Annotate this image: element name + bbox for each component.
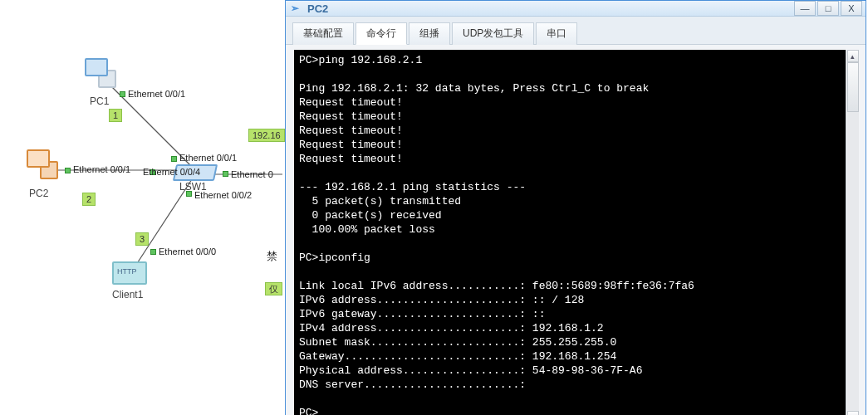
tab-udp-tool[interactable]: UDP发包工具	[452, 22, 534, 45]
node-client1[interactable]: HTTP	[112, 261, 147, 285]
port-dot	[223, 171, 228, 177]
badge-ip-context: 192.16	[248, 129, 285, 142]
topology-links	[0, 0, 287, 415]
scroll-down-arrow[interactable]: ▾	[847, 411, 859, 415]
maximize-button[interactable]: □	[817, 1, 839, 16]
side-text-1: 禁	[267, 249, 277, 264]
port-pc1: Ethernet 0/0/1	[128, 89, 185, 99]
badge-vlan1: 1	[109, 109, 122, 122]
port-pc2: Ethernet 0/0/1	[73, 164, 130, 174]
port-dot	[120, 91, 125, 97]
node-pc2[interactable]	[25, 149, 58, 183]
scroll-up-arrow[interactable]: ▴	[847, 50, 859, 62]
tab-basic-config[interactable]: 基础配置	[292, 22, 354, 45]
port-dot	[186, 191, 192, 197]
terminal-output[interactable]: PC>ping 192.168.2.1 Ping 192.168.2.1: 32…	[294, 50, 846, 415]
close-button[interactable]: X	[841, 1, 862, 16]
title-bar[interactable]: ➣ PC2 — □ X	[286, 1, 866, 17]
scroll-track[interactable]	[847, 62, 859, 411]
minimize-button[interactable]: —	[794, 1, 816, 16]
pc2-command-window: ➣ PC2 — □ X 基础配置 命令行 组播 UDP发包工具 串口 PC>pi…	[285, 0, 866, 415]
tab-cli[interactable]: 命令行	[356, 22, 407, 45]
port-dot	[65, 168, 71, 173]
terminal-area: PC>ping 192.168.2.1 Ping 192.168.2.1: 32…	[286, 45, 866, 415]
badge-vlan3: 3	[135, 232, 149, 246]
badge-vlan2: 2	[82, 193, 96, 206]
port-lsw-e004: Ethernet 0/0/4	[143, 167, 200, 177]
app-icon: ➣	[291, 2, 302, 14]
side-text-2: 仅	[265, 282, 282, 295]
node-client1-label: Client1	[112, 289, 143, 300]
window-title: PC2	[307, 2, 794, 15]
node-pc1-label: PC1	[90, 95, 109, 107]
port-dot	[150, 249, 156, 255]
port-client: Ethernet 0/0/0	[159, 247, 216, 256]
tab-multicast[interactable]: 组播	[409, 22, 450, 45]
port-lsw-right: Ethernet 0	[231, 169, 273, 179]
terminal-scrollbar[interactable]: ▴ ▾	[846, 50, 859, 415]
port-lsw-e002: Ethernet 0/0/2	[194, 190, 252, 200]
port-dot	[171, 156, 177, 162]
port-lsw-e001: Ethernet 0/0/1	[179, 153, 237, 163]
tab-bar: 基础配置 命令行 组播 UDP发包工具 串口	[286, 17, 866, 45]
tab-serial[interactable]: 串口	[536, 22, 577, 45]
node-pc2-label: PC2	[29, 188, 48, 199]
scroll-thumb[interactable]	[847, 62, 859, 112]
node-pc1[interactable]	[83, 58, 116, 91]
